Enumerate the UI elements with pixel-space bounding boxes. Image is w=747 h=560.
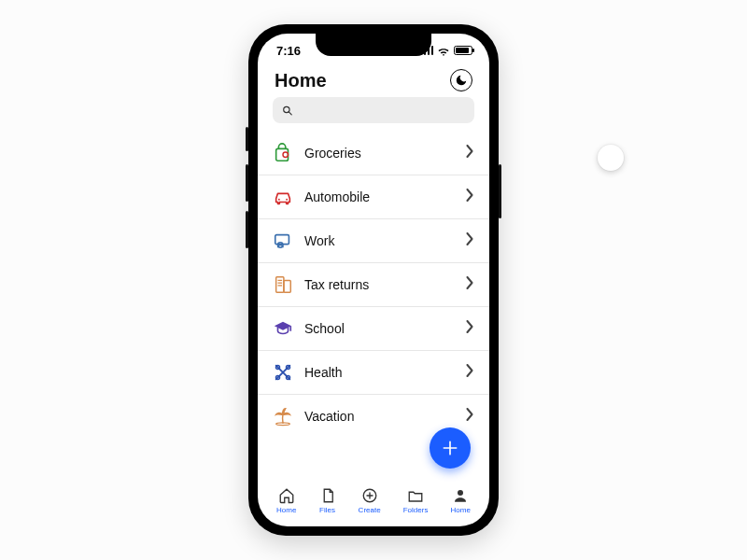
svg-point-20 <box>458 490 463 496</box>
nav-profile[interactable]: Home <box>451 487 471 514</box>
search-input[interactable] <box>273 97 474 123</box>
vacation-icon <box>273 406 293 427</box>
phone-side-button <box>499 164 501 218</box>
nav-home[interactable]: Home <box>276 487 296 514</box>
cursor-indicator <box>598 145 624 171</box>
tax-icon <box>273 274 293 295</box>
list-item-label: Vacation <box>304 409 455 424</box>
phone-frame: 7:16 Home <box>248 24 499 536</box>
svg-point-5 <box>286 199 288 201</box>
nav-label: Home <box>451 506 471 514</box>
phone-side-button <box>246 211 248 248</box>
chevron-right-icon <box>466 232 474 249</box>
home-icon <box>278 487 295 504</box>
svg-line-1 <box>289 111 291 114</box>
list-item-tax[interactable]: Tax returns <box>258 263 489 307</box>
health-icon <box>273 362 293 383</box>
dark-mode-toggle[interactable] <box>450 69 472 91</box>
chevron-right-icon <box>466 408 474 425</box>
profile-icon <box>452 487 469 504</box>
nav-folders[interactable]: Folders <box>403 487 429 514</box>
nav-create[interactable]: Create <box>359 487 381 514</box>
automobile-icon <box>273 187 293 207</box>
fab-add-button[interactable] <box>430 427 471 469</box>
svg-rect-2 <box>276 148 289 161</box>
list-item-groceries[interactable]: Groceries <box>258 131 489 175</box>
svg-rect-9 <box>284 280 290 292</box>
category-list: Groceries Automobile Work <box>258 127 489 478</box>
list-item-label: Health <box>304 365 455 380</box>
search-icon <box>282 105 293 117</box>
list-item-work[interactable]: Work <box>258 219 489 263</box>
chevron-right-icon <box>466 320 474 337</box>
groceries-icon <box>273 143 293 163</box>
list-item-label: Groceries <box>304 146 455 161</box>
phone-screen: 7:16 Home <box>258 34 489 526</box>
nav-label: Create <box>359 506 381 514</box>
battery-icon <box>454 46 472 55</box>
list-item-automobile[interactable]: Automobile <box>258 175 489 219</box>
nav-label: Home <box>276 506 296 514</box>
chevron-right-icon <box>466 145 474 161</box>
folders-icon <box>407 487 424 504</box>
page-title: Home <box>275 70 327 91</box>
search-container <box>258 97 489 127</box>
list-item-label: Work <box>304 233 455 248</box>
list-item-school[interactable]: School <box>258 307 489 351</box>
list-item-label: Tax returns <box>304 277 455 292</box>
search-field[interactable] <box>301 104 465 118</box>
plus-icon <box>441 439 459 457</box>
moon-icon <box>455 74 468 87</box>
list-item-label: School <box>304 321 455 336</box>
svg-point-4 <box>278 199 280 201</box>
list-item-label: Automobile <box>304 189 455 204</box>
phone-notch <box>316 34 431 56</box>
wifi-icon <box>437 46 450 55</box>
list-item-health[interactable]: Health <box>258 351 489 395</box>
nav-label: Files <box>319 506 335 514</box>
nav-files[interactable]: Files <box>319 487 336 514</box>
nav-label: Folders <box>403 506 429 514</box>
status-time: 7:16 <box>276 44 301 58</box>
page-header: Home <box>258 62 489 97</box>
chevron-right-icon <box>466 276 474 293</box>
create-icon <box>361 487 378 504</box>
svg-point-3 <box>283 152 289 158</box>
work-icon <box>273 231 293 251</box>
chevron-right-icon <box>466 364 474 381</box>
bottom-nav: Home Files Create Folders Home <box>258 478 489 526</box>
svg-rect-8 <box>276 277 284 293</box>
svg-point-18 <box>276 423 290 426</box>
school-icon <box>273 318 293 339</box>
phone-side-button <box>246 127 248 151</box>
chevron-right-icon <box>466 189 474 205</box>
phone-side-button <box>246 164 248 202</box>
files-icon <box>319 487 336 504</box>
